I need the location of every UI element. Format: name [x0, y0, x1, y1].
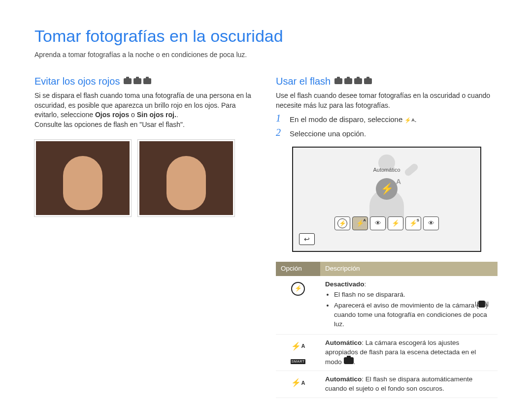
row-icon-flash-auto: ⚡A — [276, 371, 320, 398]
table-row: ⚡A Automático: El flash se dispara autom… — [276, 371, 498, 398]
step-number-1: 1 — [276, 113, 284, 123]
left-column: Evitar los ojos rojos Si se dispara el f… — [34, 74, 256, 398]
right-column: Usar el flash Use el flash cuando desee … — [276, 74, 498, 398]
flash-options-table: Opción Descripción ⚡ Desactivado: El fla… — [276, 262, 498, 398]
mode-icons-flash — [334, 78, 372, 84]
lcd-selected-icon: ⚡ A — [371, 175, 402, 203]
redeye-bold-1: Ojos rojos — [95, 111, 129, 119]
step-2: 2 Seleccione una opción. — [276, 127, 498, 139]
step-number-2: 2 — [276, 127, 284, 137]
camera-mode-icon — [354, 78, 362, 84]
row-title-flash-auto: Automático — [325, 375, 362, 383]
mode-icons-redeye — [124, 78, 151, 84]
section-heading-flash: Usar el flash — [276, 74, 498, 88]
step-1: 1 En el modo de disparo, seleccione ⚡A. — [276, 113, 498, 124]
sample-photo-redeye — [34, 140, 131, 216]
row-icon-flash-off: ⚡ — [276, 276, 320, 334]
flash-option-slow[interactable]: ⚡S — [405, 216, 421, 230]
section-heading-flash-text: Usar el flash — [276, 74, 331, 88]
flash-option-redeye-fix[interactable]: 👁 — [423, 216, 439, 230]
flash-option-redeye[interactable]: 👁 — [370, 216, 386, 230]
flash-intro: Use el flash cuando desee tomar fotograf… — [276, 91, 498, 110]
flash-icon: ⚡ — [376, 178, 398, 200]
section-heading-redeye: Evitar los ojos rojos — [34, 74, 256, 88]
row-title-flash-off: Desactivado — [325, 280, 365, 288]
flash-option-strip: ⚡ ⚡A 👁 ⚡ ⚡S 👁 — [334, 216, 439, 230]
table-row: ⚡ Desactivado: El flash no se disparará.… — [276, 276, 498, 334]
flash-option-fill[interactable]: ⚡ — [388, 216, 403, 230]
step-1-trailing: . — [414, 115, 416, 123]
row-desc-flash-auto-smart: Automático: La cámara escogerá los ajust… — [320, 334, 498, 371]
page-title: Tomar fotografías en la oscuridad — [34, 25, 498, 48]
row-title-flash-auto-smart: Automático — [325, 339, 362, 346]
row-trailing-flash-auto-smart: . — [354, 358, 356, 366]
camera-mode-icon — [133, 78, 141, 84]
table-header-option: Opción — [276, 262, 320, 276]
row-desc-flash-off: Desactivado: El flash no se disparará. A… — [320, 276, 498, 334]
row-posttitle-flash-off: : — [365, 280, 366, 288]
flash-option-auto[interactable]: ⚡A — [352, 216, 368, 230]
row-flash-off-bullet-2: Aparecerá el aviso de movimiento de la c… — [334, 301, 493, 329]
section-heading-redeye-text: Evitar los ojos rojos — [34, 74, 120, 88]
table-header-description: Descripción — [320, 262, 498, 276]
camera-mode-icon — [143, 78, 151, 84]
camera-mode-icon — [364, 78, 372, 84]
sample-photo-fixed — [138, 140, 234, 216]
lcd-preview: Automático ⚡ A ⚡ ⚡A 👁 ⚡ ⚡S 👁 ↩ — [292, 147, 481, 252]
smart-label: SMART — [291, 359, 306, 364]
smart-camera-icon — [344, 357, 354, 364]
step-text-1: En el modo de disparo, seleccione ⚡A. — [290, 113, 417, 124]
flash-auto-inline-icon: ⚡A — [404, 117, 414, 123]
redeye-p2: Consulte las opciones de flash en "Usar … — [34, 121, 185, 128]
camera-mode-icon — [124, 78, 132, 84]
row-icon-flash-auto-smart: ⚡A SMART — [276, 334, 320, 371]
redeye-bold-2: Sin ojos roj. — [137, 111, 176, 119]
redeye-mid: o — [129, 111, 137, 119]
table-row: ⚡A SMART Automático: La cámara escogerá … — [276, 334, 498, 371]
redeye-body: Si se dispara el flash cuando toma una f… — [34, 91, 256, 129]
row-flash-off-bullet-1: El flash no se disparará. — [334, 290, 493, 300]
step-1-text: En el modo de disparo, seleccione — [290, 115, 402, 123]
page-subtitle: Aprenda a tomar fotografías a la noche o… — [34, 50, 498, 60]
flash-option-off[interactable]: ⚡ — [334, 216, 350, 230]
camera-shake-icon — [478, 301, 485, 310]
example-photo-row — [34, 140, 256, 216]
camera-mode-icon — [334, 78, 342, 84]
flash-auto-smart-icon: ⚡A — [291, 341, 305, 352]
lcd-back-button[interactable]: ↩ — [299, 233, 315, 245]
lcd-selected-label: Automático — [373, 166, 400, 174]
redeye-end: . — [176, 111, 178, 119]
flash-auto-icon: ⚡A — [291, 377, 305, 388]
flash-auto-a-label: A — [396, 177, 401, 187]
camera-mode-icon — [344, 78, 352, 84]
row-desc-flash-auto: Automático: El flash se dispara automáti… — [320, 371, 498, 398]
flash-off-icon: ⚡ — [291, 282, 305, 296]
step-text-2: Seleccione una opción. — [290, 127, 366, 139]
